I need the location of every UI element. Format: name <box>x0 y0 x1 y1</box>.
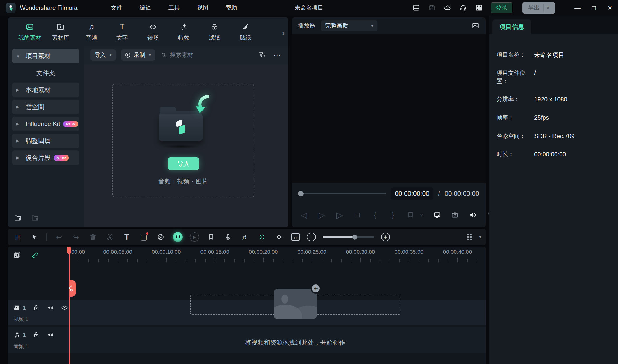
filter-icon[interactable] <box>258 51 266 59</box>
playhead[interactable] <box>69 247 70 364</box>
sidebar-item-influence-kit[interactable]: ▶ Influence Kit NEW <box>12 117 79 131</box>
add-media-plus-icon[interactable]: + <box>311 283 321 294</box>
redo-button[interactable]: ↪ <box>71 232 81 242</box>
menu-item[interactable]: 编辑 <box>132 2 158 14</box>
menu-item[interactable]: 视图 <box>190 2 216 14</box>
close-button[interactable]: × <box>602 0 618 16</box>
search-input[interactable] <box>170 52 238 58</box>
minimize-button[interactable]: — <box>569 0 586 16</box>
new-folder-icon[interactable] <box>14 214 22 222</box>
text-tool[interactable]: T <box>122 232 132 242</box>
tab-project-info[interactable]: 项目信息 <box>492 19 531 34</box>
marker-tool[interactable] <box>206 232 216 242</box>
cloud-upload-icon[interactable] <box>444 4 451 12</box>
export-dropdown-icon[interactable]: ∨ <box>543 4 552 12</box>
ai-copilot-button[interactable] <box>173 232 183 242</box>
tab-effects[interactable]: 特效 <box>172 22 195 42</box>
playhead-split-bubble[interactable] <box>69 280 76 297</box>
eye-icon[interactable] <box>61 304 68 311</box>
select-tool[interactable] <box>29 232 39 242</box>
expand-caret-icon[interactable]: ▼ <box>16 54 26 58</box>
add-track-icon[interactable] <box>13 251 21 259</box>
marker-button[interactable] <box>406 211 415 219</box>
timeline-zoom-slider[interactable] <box>323 232 374 242</box>
previous-frame-button[interactable]: ◁ <box>300 210 308 220</box>
play-button[interactable]: ▷ <box>335 210 344 220</box>
auto-ripple-button[interactable]: ↔ <box>291 233 300 241</box>
stop-button[interactable]: □ <box>353 210 362 219</box>
ai-play-button[interactable]: ▶ <box>190 232 199 242</box>
seek-bar[interactable] <box>299 193 386 194</box>
save-icon[interactable] <box>428 4 436 12</box>
menu-item[interactable]: 帮助 <box>218 2 245 14</box>
sidebar-item-cloud-space[interactable]: ▶ 雲空間 <box>12 100 79 114</box>
link-clips-icon[interactable] <box>31 251 39 259</box>
tab-filters[interactable]: 滤镜 <box>203 22 226 42</box>
delete-button[interactable] <box>88 232 98 242</box>
voiceover-button[interactable] <box>223 232 233 242</box>
preview-viewport[interactable] <box>292 34 486 183</box>
tab-stock-media[interactable]: 素材库 <box>49 22 72 42</box>
media-browser-tool[interactable]: ▦ <box>13 232 22 242</box>
mark-out-button[interactable]: } <box>388 210 397 219</box>
crop-tool[interactable]: ▢ <box>139 232 149 242</box>
expand-caret-icon[interactable]: ▶ <box>16 138 26 143</box>
sidebar-item-local-media[interactable]: ▶ 本地素材 <box>12 83 79 97</box>
export-button[interactable]: 导出 ∨ <box>522 2 555 14</box>
tab-transitions[interactable]: 转场 <box>141 22 164 42</box>
tab-audio[interactable]: ♫ 音频 <box>80 22 103 42</box>
more-options-icon[interactable]: ⋯ <box>273 51 282 60</box>
lock-icon[interactable] <box>33 331 40 338</box>
login-button[interactable]: 登录 <box>491 2 513 13</box>
tab-text[interactable]: T 文字 <box>111 22 134 42</box>
apps-grid-icon[interactable] <box>475 4 483 12</box>
speaker-icon[interactable] <box>47 304 54 311</box>
undo-button[interactable]: ↩ <box>54 232 64 242</box>
speaker-icon[interactable] <box>47 331 54 338</box>
next-frame-button[interactable]: ▷ <box>317 210 326 220</box>
split-button[interactable] <box>105 232 115 242</box>
timeline-ruler[interactable]: 00:0000:00:05:0000:00:10:0000:00:15:0000… <box>69 247 486 264</box>
sidebar-item-project-media[interactable]: ▼ 項目素材 <box>12 49 79 63</box>
sidebar-item-adjustment-layer[interactable]: ▶ 調整圖層 <box>12 134 79 148</box>
tab-stickers[interactable]: 贴纸 <box>234 22 257 42</box>
current-timecode[interactable]: 00:00:00:00 <box>391 187 433 200</box>
layout-icon[interactable] <box>412 4 420 12</box>
track-height-icon[interactable] <box>466 233 474 241</box>
keyframe-button[interactable] <box>274 232 284 242</box>
import-dropzone[interactable]: 导入 音频 · 视频 · 图片 <box>112 84 254 197</box>
smart-cut-button[interactable] <box>257 232 267 242</box>
marker-dropdown[interactable]: ∨ <box>419 213 424 217</box>
support-headset-icon[interactable] <box>459 4 467 12</box>
volume-button[interactable] <box>468 211 477 219</box>
expand-caret-icon[interactable]: ▶ <box>16 155 26 160</box>
quality-select[interactable]: 完整画质 ▾ <box>321 20 377 31</box>
import-button[interactable]: 导入 <box>168 157 199 170</box>
menu-item[interactable]: 工具 <box>161 2 187 14</box>
snapshot-button[interactable] <box>450 211 459 219</box>
expand-caret-icon[interactable]: ▶ <box>16 122 26 126</box>
zoom-slider-handle[interactable] <box>352 235 357 240</box>
sidebar-item-compound-clip[interactable]: ▶ 復合片段 NEW <box>12 150 79 165</box>
import-dropdown-button[interactable]: 导入 ▾ <box>90 49 116 61</box>
zoom-out-button[interactable]: − <box>307 233 316 241</box>
lock-icon[interactable] <box>33 304 40 311</box>
maximize-button[interactable]: □ <box>586 0 602 16</box>
delete-folder-icon[interactable] <box>31 214 39 222</box>
playhead-handle[interactable] <box>67 247 71 254</box>
tab-my-media[interactable]: 我的素材 <box>18 22 41 42</box>
menu-item[interactable]: 文件 <box>104 2 130 14</box>
sidebar-item-folder[interactable]: 文件夹 <box>12 66 79 80</box>
zoom-in-button[interactable]: + <box>381 233 390 241</box>
scopes-icon[interactable] <box>471 22 480 30</box>
track-height-dropdown-icon[interactable]: ▾ <box>479 235 481 239</box>
color-tool[interactable] <box>156 232 166 242</box>
seek-handle[interactable] <box>298 191 304 196</box>
expand-caret-icon[interactable]: ▶ <box>16 88 26 92</box>
mark-in-button[interactable]: { <box>371 210 379 219</box>
expand-caret-icon[interactable]: ▶ <box>16 105 26 109</box>
audio-stretch-tool[interactable]: ♬ <box>240 232 250 242</box>
record-dropdown-button[interactable]: 录制 ▾ <box>121 49 155 61</box>
tabs-more-icon[interactable]: › <box>282 28 285 38</box>
display-device-button[interactable] <box>433 211 442 219</box>
